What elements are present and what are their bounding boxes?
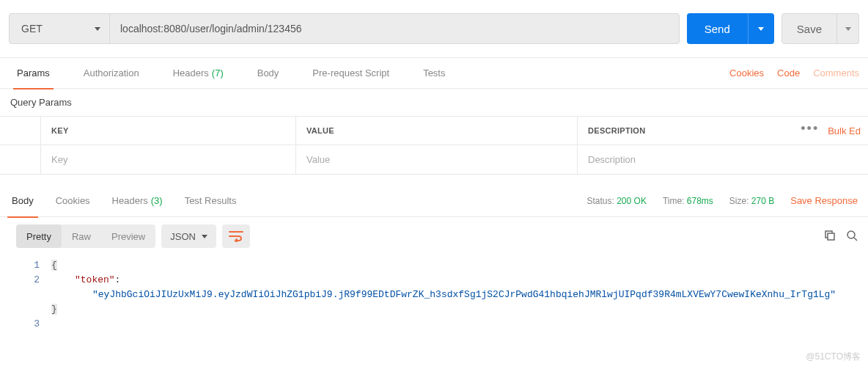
response-meta: Status: 200 OK Time: 678ms Size: 270 B S… — [586, 195, 858, 206]
request-side-links: Cookies Code Comments — [729, 67, 859, 78]
url-input[interactable] — [110, 13, 680, 44]
resp-headers-count: (3) — [151, 195, 163, 206]
send-dropdown[interactable] — [748, 13, 774, 44]
headers-count: (7) — [212, 67, 224, 78]
tab-body[interactable]: Body — [254, 58, 283, 89]
request-tabs: Params Authorization Headers (7) Body Pr… — [0, 58, 868, 89]
save-button[interactable]: Save — [781, 13, 837, 44]
size-value: 270 B — [751, 196, 774, 206]
more-options-icon[interactable]: ••• — [801, 125, 819, 132]
key-input[interactable] — [51, 145, 285, 174]
view-pretty[interactable]: Pretty — [16, 224, 62, 248]
col-header-key: KEY — [41, 117, 296, 145]
resp-tab-cookies[interactable]: Cookies — [51, 185, 95, 217]
send-button[interactable]: Send — [687, 13, 748, 44]
save-dropdown[interactable] — [837, 13, 859, 44]
status-block: Status: 200 OK — [586, 196, 646, 206]
method-value: GET — [21, 23, 43, 34]
link-cookies[interactable]: Cookies — [729, 67, 764, 78]
chevron-down-icon — [95, 27, 100, 31]
wrap-lines-button[interactable] — [222, 224, 250, 248]
svg-point-2 — [847, 231, 855, 238]
description-input[interactable] — [588, 145, 770, 174]
send-button-group: Send — [687, 13, 774, 44]
tab-headers[interactable]: Headers (7) — [169, 58, 227, 89]
svg-line-3 — [854, 238, 857, 241]
resp-tab-body[interactable]: Body — [7, 185, 38, 217]
link-comments[interactable]: Comments — [813, 67, 859, 78]
col-header-value: VALUE — [296, 117, 578, 145]
request-bar: GET Send Save — [0, 0, 868, 58]
status-value: 200 OK — [617, 196, 647, 206]
link-code[interactable]: Code — [777, 67, 800, 78]
wrap-icon — [229, 230, 243, 242]
copy-icon[interactable] — [824, 230, 836, 244]
params-table-header: KEY VALUE DESCRIPTION ••• Bulk Ed — [0, 116, 868, 145]
view-preview[interactable]: Preview — [101, 224, 155, 248]
response-tabs: Body Cookies Headers (3) Test Results St… — [0, 185, 868, 217]
chevron-down-icon — [202, 235, 207, 238]
chevron-down-icon — [758, 27, 764, 31]
svg-rect-1 — [828, 233, 834, 240]
method-select[interactable]: GET — [9, 13, 110, 44]
time-block: Time: 678ms — [663, 196, 713, 206]
resp-tab-headers[interactable]: Headers (3) — [108, 185, 167, 217]
time-value: 678ms — [687, 196, 713, 206]
value-input[interactable] — [306, 145, 567, 174]
tab-prerequest[interactable]: Pre-request Script — [309, 58, 393, 89]
code-content[interactable]: { "token": "eyJhbGciOiJIUzUxMiJ9.eyJzdWI… — [51, 258, 868, 332]
size-block: Size: 270 B — [729, 196, 774, 206]
tab-tests[interactable]: Tests — [419, 58, 449, 89]
watermark: @51CTO博客 — [806, 351, 861, 363]
col-header-description: DESCRIPTION — [578, 117, 780, 145]
search-icon[interactable] — [846, 230, 858, 244]
view-raw[interactable]: Raw — [62, 224, 101, 248]
query-params-title: Query Params — [0, 89, 868, 116]
response-body: 1 2 3 { "token": "eyJhbGciOiJIUzUxMiJ9.e… — [0, 255, 868, 339]
bulk-edit-link[interactable]: Bulk Ed — [828, 125, 861, 136]
save-response-link[interactable]: Save Response — [790, 195, 858, 206]
response-view-bar: Pretty Raw Preview JSON — [0, 217, 868, 255]
params-row — [0, 145, 868, 175]
line-gutter: 1 2 3 — [0, 258, 51, 332]
chevron-down-icon — [845, 27, 851, 31]
tab-params[interactable]: Params — [13, 58, 54, 89]
params-table: KEY VALUE DESCRIPTION ••• Bulk Ed — [0, 116, 868, 175]
view-mode-group: Pretty Raw Preview — [16, 224, 155, 248]
tab-authorization[interactable]: Authorization — [80, 58, 143, 89]
save-button-group: Save — [781, 13, 859, 44]
resp-tab-test-results[interactable]: Test Results — [180, 185, 241, 217]
format-select[interactable]: JSON — [161, 224, 216, 248]
